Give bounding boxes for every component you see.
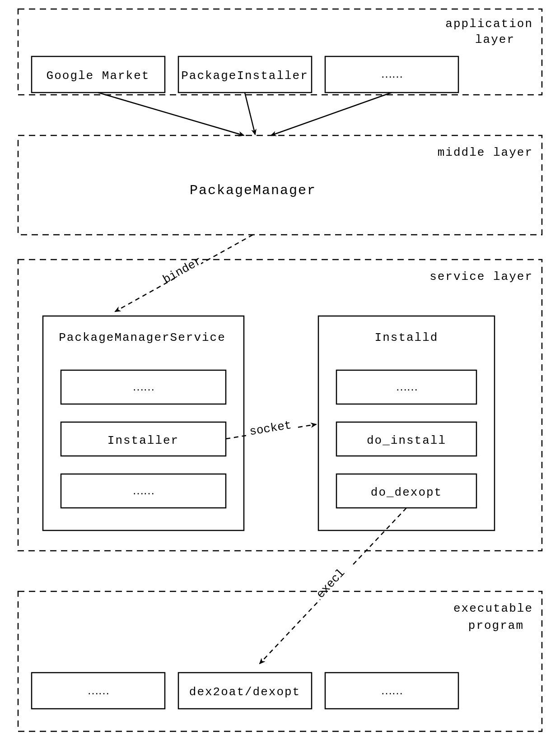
pms-item-2-text: Installer [107,434,179,447]
service-layer-title: service layer [429,270,533,284]
middle-layer-title: middle layer [438,146,533,159]
installd-title: Installd [375,331,439,344]
pms-title: PackageManagerService [59,331,226,344]
application-layer-title-2: layer [475,33,515,46]
exec-box-1-text: …… [87,683,109,697]
pms-box [43,316,244,530]
installd-item-1-text: …… [396,380,417,393]
service-layer-box [18,260,542,551]
pms-item-3-text: …… [132,483,154,497]
arrow-pi-to-pm [245,93,255,135]
exec-box-2-text: dex2oat/dexopt [189,685,300,699]
pms-item-1-text: …… [132,380,154,393]
installd-item-3-text: do_dexopt [371,486,442,499]
executable-title-1: executable [453,602,533,615]
arrow-gm-to-pm [98,93,244,135]
exec-box-3-text: …… [381,683,402,697]
app-box-2-text: PackageInstaller [181,69,308,83]
architecture-diagram: application layer Google Market PackageI… [0,0,560,753]
application-layer-title-1: application [445,17,533,31]
app-box-3-text: …… [381,67,402,80]
package-manager-text: PackageManager [190,183,316,198]
arrow-etc-to-pm [271,93,392,135]
app-box-1-text: Google Market [47,69,150,83]
installd-item-2-text: do_install [367,434,446,447]
executable-title-2: program [468,619,524,632]
